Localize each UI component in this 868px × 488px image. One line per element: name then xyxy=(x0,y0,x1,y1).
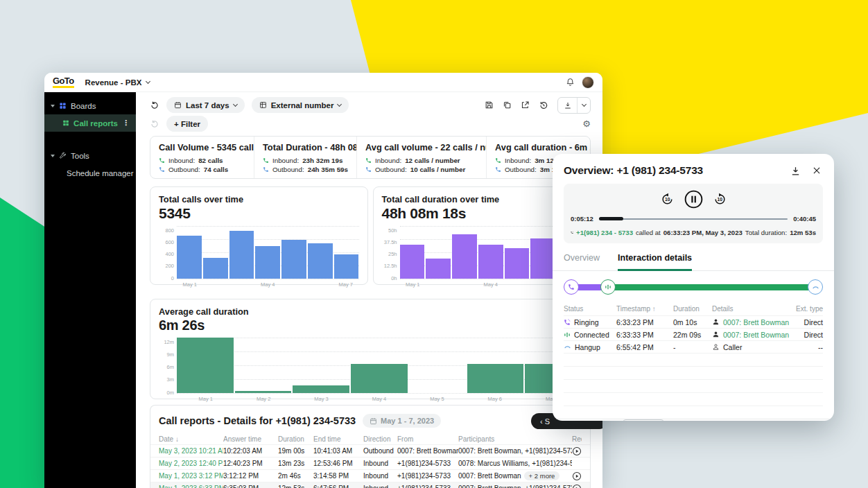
empty-row xyxy=(564,406,823,419)
caption-number[interactable]: +1(981) 234 - 5733 xyxy=(576,229,633,236)
sidebar-item-schedule-manager[interactable]: Schedule manager xyxy=(44,164,136,182)
event-row[interactable]: Ringing6:33:23 PM0m 10s0007: Brett Bowma… xyxy=(564,315,823,328)
add-filter-label: + Filter xyxy=(174,120,200,128)
refresh-icon[interactable] xyxy=(150,101,159,110)
timeline-ringing-node[interactable] xyxy=(564,279,579,295)
history-icon[interactable] xyxy=(539,101,548,110)
x-tick-label xyxy=(504,279,530,287)
sidebar-item-tools[interactable]: Tools xyxy=(44,147,136,164)
chevron-down-icon xyxy=(581,101,586,106)
rewind-10-button[interactable]: 10 xyxy=(661,193,674,206)
date-link[interactable]: May 1, 2023 3:12 PM xyxy=(159,472,223,480)
x-tick-label: May 7 xyxy=(333,279,359,287)
table-row[interactable]: May 1, 2023 3:12 PM3:12:12 PM2m 46s3:14:… xyxy=(150,469,590,482)
settings-gear-icon[interactable]: ⚙ xyxy=(582,119,591,129)
rows-per-page-select[interactable]: 25 xyxy=(622,419,665,421)
progress-track[interactable] xyxy=(599,218,788,220)
calendar-icon xyxy=(174,101,182,109)
overlay-panel: Overview: +1 (981) 234-5733 10 10 0:05:1… xyxy=(553,154,834,421)
close-icon[interactable] xyxy=(812,166,822,175)
sidebar-item-label: Tools xyxy=(71,152,89,160)
table-cell: 6:47:56 PM xyxy=(313,485,363,488)
chart-big-value: 5345 xyxy=(159,205,359,222)
x-tick-label: May 4 xyxy=(255,279,281,287)
x-tick-label xyxy=(281,279,307,287)
hangup-icon xyxy=(564,343,571,351)
x-axis: May 1May 4May 7 xyxy=(177,279,359,287)
goto-logo[interactable]: GoTo xyxy=(53,76,74,88)
participants-cell: 0078: Marcus Williams, +1(981)234-5733 xyxy=(458,460,572,467)
table-cell: 2m 46s xyxy=(278,472,313,480)
summary-card[interactable]: Total Duration - 48h 08m 18sInbound: 23h… xyxy=(254,137,356,178)
download-split-button xyxy=(557,97,591,114)
save-icon[interactable] xyxy=(485,101,494,110)
inbound-phone-icon xyxy=(159,157,165,164)
app-window: GoTo Revenue - PBX Boards Call reports ⋮ xyxy=(44,73,602,488)
more-participants-pill[interactable]: + 2 more xyxy=(524,471,560,480)
table-cell: 12:40:23 PM xyxy=(223,460,278,467)
bar xyxy=(530,238,555,279)
notifications-bell-icon[interactable] xyxy=(566,78,575,87)
play-recording-button[interactable] xyxy=(572,484,582,488)
x-tick-label xyxy=(307,279,333,287)
user-avatar[interactable] xyxy=(582,76,594,89)
details-cell[interactable]: 0007: Brett Bowman xyxy=(712,318,790,326)
details-cell[interactable]: 0007: Brett Bowman xyxy=(712,331,790,339)
dimension-filter[interactable]: External number xyxy=(252,97,349,113)
forward-10-button[interactable]: 10 xyxy=(713,193,727,206)
refresh-icon-disabled xyxy=(150,119,159,129)
participants-cell: 0007: Brett Bowman, +1(981)234-5733 xyxy=(458,447,572,455)
timeline-bar-ringing xyxy=(575,284,604,290)
progress-played xyxy=(599,217,623,220)
play-recording-button[interactable] xyxy=(572,471,582,481)
bar xyxy=(452,234,477,279)
x-tick-label xyxy=(426,279,452,287)
overlay-download-icon[interactable] xyxy=(790,166,801,176)
kebab-menu-icon[interactable]: ⋮ xyxy=(122,119,130,128)
download-menu-button[interactable] xyxy=(577,98,590,113)
play-recording-button[interactable] xyxy=(572,446,582,456)
workspace-switcher[interactable]: Revenue - PBX xyxy=(85,78,150,87)
table-row[interactable]: May 1, 2023 6:33 PM6:35:03 PM12m 53s6:47… xyxy=(150,482,590,488)
timeline-hangup-node[interactable] xyxy=(808,279,823,295)
ringing-icon xyxy=(568,284,575,290)
timeline-connected-node[interactable] xyxy=(600,279,616,295)
main-content: Last 7 days External number xyxy=(136,92,602,488)
event-row[interactable]: Connected6:33:33 PM22m 09s0007: Brett Bo… xyxy=(564,328,823,340)
download-button[interactable] xyxy=(558,98,577,113)
progress-elapsed: 0:05:12 xyxy=(571,215,593,223)
phone-incoming-icon xyxy=(571,229,573,236)
date-link[interactable]: May 3, 2023 10:21 AM xyxy=(159,447,223,455)
column-header: Duration xyxy=(278,435,313,443)
events-footer: Rows per page 25 1-8 of 8 Page 1/1 xyxy=(553,419,834,421)
y-axis: 50h37.5h25h12.5h0h xyxy=(382,226,400,287)
export-icon[interactable] xyxy=(521,101,530,110)
pause-button[interactable] xyxy=(684,190,703,209)
connected-icon xyxy=(605,284,611,290)
date-range-filter[interactable]: Last 7 days xyxy=(166,97,245,113)
date-link[interactable]: May 1, 2023 6:33 PM xyxy=(159,485,223,488)
add-filter-button[interactable]: + Filter xyxy=(166,116,208,132)
table-cell: 6:35:03 PM xyxy=(223,485,278,488)
summary-metric-row: Inbound: 23h 32m 19s xyxy=(263,156,348,165)
table-cell: 13m 23s xyxy=(278,460,313,467)
table-row[interactable]: May 3, 2023 10:21 AM10:22:03 AM19m 00s10… xyxy=(150,444,590,457)
sidebar-item-call-reports[interactable]: Call reports ⋮ xyxy=(44,114,136,132)
event-row[interactable]: Hangup6:55:42 PM-Caller-- xyxy=(564,340,823,353)
tab-overview[interactable]: Overview xyxy=(564,253,600,270)
column-header: Details xyxy=(712,305,790,313)
summary-card[interactable]: Avg call volume - 22 calls / numberInbou… xyxy=(356,137,486,178)
interaction-timeline xyxy=(553,271,834,302)
participants-cell: 0007: Brett Bowman, +1(981)234-5733 xyxy=(458,485,572,488)
sidebar-item-boards[interactable]: Boards xyxy=(44,97,136,114)
empty-row xyxy=(564,353,823,366)
table-row[interactable]: May 2, 2023 12:40 PM12:40:23 PM13m 23s12… xyxy=(150,457,590,469)
summary-card[interactable]: Call Volume - 5345 callsInbound: 82 call… xyxy=(150,137,254,178)
tab-interaction-details[interactable]: Interaction details xyxy=(618,253,692,271)
date-link[interactable]: May 2, 2023 12:40 PM xyxy=(159,460,223,467)
duplicate-icon[interactable] xyxy=(503,101,512,110)
details-card: Call reports - Details for +1(981) 234-5… xyxy=(150,405,591,488)
table-cell: 19m 00s xyxy=(278,447,313,455)
boards-grid-icon xyxy=(59,102,67,110)
calendar-icon xyxy=(370,417,377,425)
